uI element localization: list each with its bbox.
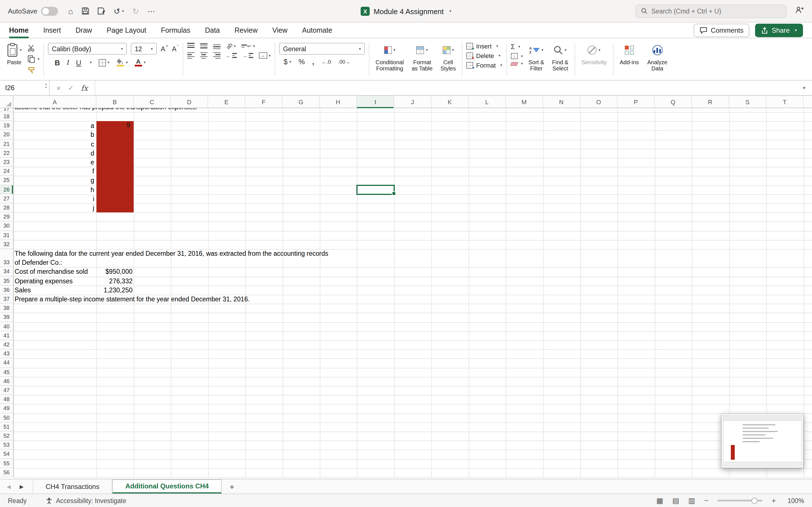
column-header-P[interactable]: P [617, 96, 655, 108]
comments-button[interactable]: Comments [694, 23, 750, 37]
sheet-tab-ch4-transactions[interactable]: CH4 Transactions [33, 480, 112, 494]
row-header-38[interactable]: 38 [0, 304, 13, 313]
find-select-button[interactable]: ▾ Find &Select [550, 41, 571, 73]
conditional-formatting-button[interactable]: ▾ ConditionalFormatting [373, 41, 406, 73]
tab-draw[interactable]: Draw [75, 22, 92, 38]
search-input[interactable]: Search (Cmd + Ctrl + U) [636, 4, 786, 18]
row-header-33[interactable]: 33 [0, 249, 13, 267]
row-header-39[interactable]: 39 [0, 313, 13, 322]
page-break-view-icon[interactable]: ▥ [688, 496, 695, 505]
analyze-data-button[interactable]: AnalyzeData [645, 41, 670, 73]
normal-view-icon[interactable]: ▦ [656, 496, 663, 505]
row-header-32[interactable]: 32 [0, 240, 13, 249]
wrap-text-button[interactable]: ↩▾ [241, 43, 255, 49]
sheet-grid[interactable]: assume that the seller has prepaid the t… [0, 108, 812, 479]
insert-cells-button[interactable]: + Insert▾ [467, 43, 502, 50]
comma-format-button[interactable]: , [312, 58, 314, 66]
decrease-decimal-button[interactable]: .00→ [338, 59, 350, 65]
column-header-E[interactable]: E [208, 96, 245, 108]
row-header-28[interactable]: 28 [0, 203, 13, 212]
row-header-52[interactable]: 52 [0, 432, 13, 441]
row-header-49[interactable]: 49 [0, 404, 13, 413]
row-header-34[interactable]: 34 [0, 267, 13, 276]
zoom-out-button[interactable]: − [704, 496, 709, 505]
autosave-control[interactable]: AutoSave [8, 6, 58, 15]
tab-automate[interactable]: Automate [302, 22, 333, 38]
sort-filter-button[interactable]: AZ ▾ Sort &Filter [526, 41, 547, 73]
column-header-R[interactable]: R [692, 96, 729, 108]
row-header-40[interactable]: 40 [0, 322, 13, 331]
share-button[interactable]: Share ▾ [755, 23, 803, 37]
row-header-50[interactable]: 50 [0, 413, 13, 422]
tab-home[interactable]: Home [9, 22, 29, 38]
formula-bar-expand-icon[interactable]: ▼ [802, 80, 812, 95]
column-header-F[interactable]: F [245, 96, 283, 108]
column-header-A[interactable]: A [13, 96, 96, 108]
sheet-tab-additional-questions-ch4[interactable]: Additional Questions CH4 [112, 480, 221, 494]
align-left-button[interactable] [187, 52, 194, 59]
row-header-47[interactable]: 47 [0, 386, 13, 395]
increase-font-size-button[interactable]: A^ [161, 45, 168, 53]
align-right-button[interactable] [213, 52, 220, 59]
row-header-26[interactable]: 26 [0, 185, 13, 194]
font-size-select[interactable]: 12▾ [131, 43, 157, 55]
redo-button[interactable]: ↻ [133, 7, 139, 15]
merge-center-button[interactable]: ↔▾ [259, 52, 271, 59]
page-layout-view-icon[interactable]: ▤ [672, 496, 679, 505]
column-header-I[interactable]: I [357, 96, 394, 108]
column-header-B[interactable]: B [96, 96, 134, 108]
row-header-31[interactable]: 31 [0, 231, 13, 240]
row-header-29[interactable]: 29 [0, 212, 13, 221]
autosave-toggle[interactable] [41, 6, 58, 15]
align-bottom-button[interactable] [213, 43, 220, 49]
row-header-43[interactable]: 43 [0, 349, 13, 358]
row-header-20[interactable]: 20 [0, 130, 13, 139]
orientation-button[interactable]: ab▾ [226, 43, 236, 49]
font-color-button[interactable]: A ▾ [135, 59, 146, 66]
increase-decimal-button[interactable]: ←.0 [321, 59, 331, 65]
align-center-button[interactable] [200, 52, 207, 59]
column-header-G[interactable]: G [283, 96, 320, 108]
row-header-45[interactable]: 45 [0, 368, 13, 377]
align-top-button[interactable] [187, 43, 194, 49]
row-header-17[interactable]: 17 [0, 108, 13, 112]
row-header-21[interactable]: 21 [0, 139, 13, 149]
column-header-H[interactable]: H [320, 96, 357, 108]
column-header-J[interactable]: J [394, 96, 432, 108]
tab-insert[interactable]: Insert [43, 22, 61, 38]
sheet-nav-prev-icon[interactable]: ◀ [7, 484, 11, 489]
row-header-25[interactable]: 25 [0, 176, 13, 185]
row-header-30[interactable]: 30 [0, 222, 13, 231]
tab-page-layout[interactable]: Page Layout [107, 22, 146, 38]
format-painter-button[interactable] [28, 66, 40, 75]
zoom-in-button[interactable]: + [772, 496, 776, 505]
cell-styles-button[interactable]: ▾ CellStyles [438, 41, 458, 73]
format-as-table-button[interactable]: ▾ Formatas Table [409, 41, 435, 73]
decrease-indent-button[interactable]: ← [226, 52, 237, 59]
cut-button[interactable] [28, 43, 40, 52]
column-header-C[interactable]: C [134, 96, 171, 108]
align-middle-button[interactable] [200, 43, 207, 49]
row-header-24[interactable]: 24 [0, 167, 13, 176]
clear-button[interactable]: ▾ [511, 61, 523, 66]
row-header-53[interactable]: 53 [0, 441, 13, 450]
paste-button[interactable]: ▾ Paste [4, 41, 24, 66]
save-as-icon[interactable] [97, 7, 105, 15]
home-icon[interactable]: ⌂ [68, 7, 73, 15]
decrease-font-size-button[interactable]: Aˇ [172, 45, 179, 53]
row-header-22[interactable]: 22 [0, 149, 13, 158]
column-header-D[interactable]: D [171, 96, 208, 108]
row-header-46[interactable]: 46 [0, 377, 13, 386]
tab-data[interactable]: Data [205, 22, 220, 38]
addins-button[interactable]: Add-ins [617, 41, 641, 66]
percent-format-button[interactable]: % [299, 58, 305, 66]
active-cell[interactable] [356, 184, 395, 194]
fill-button[interactable]: ↓▾ [511, 53, 523, 59]
tab-review[interactable]: Review [235, 22, 258, 38]
row-header-54[interactable]: 54 [0, 450, 13, 459]
name-box-stepper[interactable]: ▴▾ [45, 82, 47, 89]
currency-format-button[interactable]: $▾ [284, 58, 291, 66]
bold-button[interactable]: B [55, 58, 60, 67]
row-header-37[interactable]: 37 [0, 295, 13, 304]
sensitivity-button[interactable]: ▾ Sensitivity [579, 41, 609, 66]
